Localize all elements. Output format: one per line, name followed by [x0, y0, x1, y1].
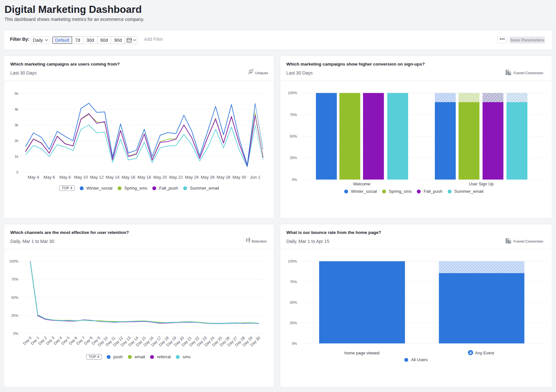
svg-text:1k: 1k	[14, 155, 18, 158]
svg-text:75%: 75%	[290, 113, 297, 117]
svg-text:May 6: May 6	[44, 175, 55, 180]
svg-text:100%: 100%	[288, 91, 297, 95]
svg-text:May 20: May 20	[153, 175, 167, 180]
svg-text:May 22: May 22	[169, 175, 183, 180]
svg-text:100%: 100%	[288, 259, 297, 263]
svg-text:May 8: May 8	[59, 175, 71, 180]
svg-text:May 4: May 4	[28, 175, 39, 180]
svg-text:Jun 1: Jun 1	[250, 175, 260, 180]
svg-text:A: A	[469, 351, 472, 355]
svg-text:0: 0	[16, 170, 18, 174]
svg-text:2k: 2k	[14, 139, 18, 143]
svg-text:Day 4: Day 4	[53, 335, 63, 346]
svg-text:May 28: May 28	[217, 175, 230, 180]
svg-text:May 30: May 30	[232, 175, 246, 180]
svg-text:25%: 25%	[11, 314, 18, 317]
svg-text:May 12: May 12	[90, 175, 104, 180]
svg-text:User Sign Up: User Sign Up	[469, 182, 494, 186]
svg-text:75%: 75%	[290, 280, 297, 284]
svg-text:75%: 75%	[11, 277, 18, 281]
svg-text:50%: 50%	[11, 296, 18, 299]
svg-text:May 24: May 24	[185, 175, 199, 180]
svg-text:25%: 25%	[290, 321, 297, 325]
svg-text:50%: 50%	[290, 300, 297, 304]
svg-text:Any Event: Any Event	[475, 351, 494, 355]
svg-text:5k: 5k	[14, 92, 18, 95]
svg-text:3k: 3k	[14, 123, 18, 127]
svg-text:May 16: May 16	[121, 175, 135, 180]
svg-text:May 18: May 18	[138, 175, 151, 180]
svg-text:Welcome: Welcome	[353, 182, 371, 186]
svg-text:May 10: May 10	[74, 175, 88, 180]
svg-text:May 14: May 14	[106, 175, 120, 180]
svg-text:0%: 0%	[292, 342, 297, 345]
svg-text:0%: 0%	[292, 178, 297, 182]
svg-text:May 26: May 26	[201, 175, 215, 180]
svg-text:50%: 50%	[290, 134, 297, 138]
svg-text:100%: 100%	[9, 259, 18, 263]
svg-text:4k: 4k	[14, 107, 18, 111]
svg-text:home page viewed: home page viewed	[344, 351, 379, 355]
svg-text:25%: 25%	[290, 156, 297, 160]
svg-text:0%: 0%	[13, 332, 18, 335]
